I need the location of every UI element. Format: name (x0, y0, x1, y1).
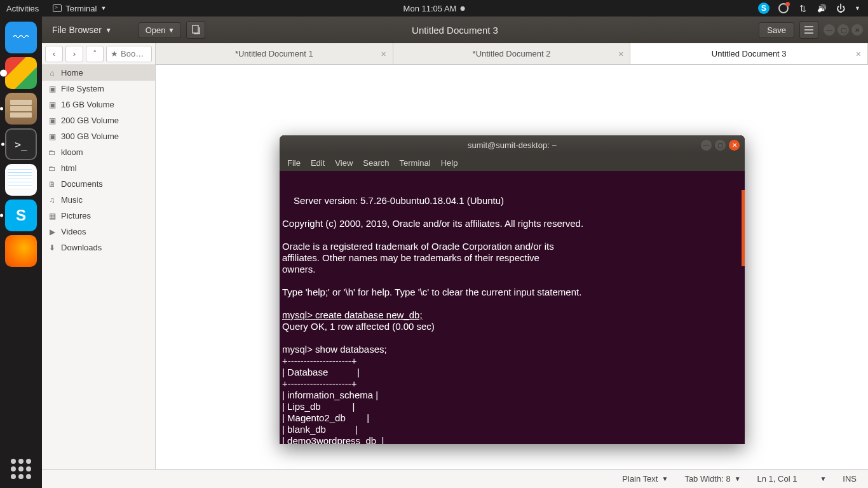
terminal-menu-edit[interactable]: Edit (311, 158, 325, 168)
disk-icon: ▣ (47, 84, 57, 94)
close-button[interactable]: ✕ (851, 24, 863, 36)
cursor-position[interactable]: Ln 1, Col 1▼ (757, 474, 827, 484)
window-title: Untitled Document 3 (412, 25, 498, 36)
svg-rect-0 (193, 25, 198, 33)
side-item-label: Downloads (61, 243, 102, 252)
notification-dot-icon (460, 6, 465, 11)
dock-text-editor[interactable] (5, 164, 37, 196)
doc-icon: 🗎 (47, 179, 57, 189)
dock-firefox[interactable] (5, 235, 37, 267)
active-app-label[interactable]: Terminal (65, 4, 97, 13)
dock-docker[interactable]: 〰 (5, 22, 37, 53)
side-toolbar: ‹ › ˄ ★ Boo… (42, 43, 155, 65)
power-tray-icon[interactable] (836, 3, 846, 13)
terminal-menu-terminal[interactable]: Terminal (400, 158, 431, 168)
side-item-300-gb-volume[interactable]: ▣300 GB Volume (42, 128, 155, 144)
dock-files[interactable] (5, 93, 37, 125)
maximize-button[interactable]: ▢ (837, 24, 849, 36)
new-document-button[interactable] (186, 21, 205, 39)
app-menu-chevron-icon[interactable]: ▼ (100, 5, 106, 11)
volume-tray-icon[interactable] (817, 3, 827, 13)
dock: 〰 S (0, 17, 42, 488)
update-tray-icon[interactable] (778, 3, 789, 13)
disk-icon: ▣ (47, 116, 57, 126)
terminal-window: sumit@sumit-desktop: ~ — ▢ ✕ FileEditVie… (280, 135, 745, 444)
file-browser-toggle[interactable]: File Browser ▼ (47, 25, 117, 35)
side-item-documents[interactable]: 🗎Documents (42, 176, 155, 192)
terminal-menu-view[interactable]: View (335, 158, 353, 168)
dock-chrome[interactable] (5, 57, 37, 89)
side-item-label: Music (61, 195, 83, 205)
tab-label: Untitled Document 3 (712, 49, 787, 58)
side-item-200-gb-volume[interactable]: ▣200 GB Volume (42, 112, 155, 128)
side-item-pictures[interactable]: ▦Pictures (42, 208, 155, 224)
terminal-indicator-icon (53, 4, 62, 12)
terminal-body[interactable]: Server version: 5.7.26-0ubuntu0.18.04.1 … (280, 171, 745, 444)
side-item-videos[interactable]: ▶Videos (42, 224, 155, 240)
side-item-kloom[interactable]: 🗀kloom (42, 144, 155, 160)
hamburger-menu-button[interactable] (799, 21, 818, 39)
top-panel: Activities Terminal ▼ Mon 11:05 AM S ▼ (0, 0, 868, 17)
terminal-menu-search[interactable]: Search (363, 158, 389, 168)
minimize-button[interactable]: — (824, 24, 835, 36)
side-file-list: ⌂Home▣File System▣16 GB Volume▣200 GB Vo… (42, 65, 155, 469)
tab-label: *Untitled Document 2 (473, 49, 551, 58)
pic-icon: ▦ (47, 211, 57, 221)
side-item-label: 200 GB Volume (61, 116, 119, 125)
network-tray-icon[interactable] (797, 3, 808, 13)
tab[interactable]: *Untitled Document 1× (156, 43, 393, 64)
save-button[interactable]: Save (759, 22, 794, 38)
terminal-close-button[interactable]: ✕ (729, 140, 740, 151)
system-menu-chevron-icon[interactable]: ▼ (855, 5, 860, 11)
tab-close-icon[interactable]: × (381, 49, 386, 59)
nav-forward-button[interactable]: › (65, 46, 83, 62)
tab-close-icon[interactable]: × (856, 49, 861, 59)
side-item-downloads[interactable]: ⬇Downloads (42, 240, 155, 255)
activities-button[interactable]: Activities (6, 4, 39, 13)
side-item-label: Videos (61, 227, 86, 236)
side-item-label: Home (61, 68, 83, 78)
side-item-label: kloom (61, 147, 83, 157)
dock-terminal[interactable] (5, 128, 37, 160)
chevron-down-icon: ▼ (168, 27, 175, 34)
nav-up-button[interactable]: ˄ (86, 46, 104, 62)
dock-skype[interactable]: S (5, 200, 37, 231)
insert-mode[interactable]: INS (843, 474, 857, 484)
clock[interactable]: Mon 11:05 AM (403, 4, 457, 13)
tab-bar: *Untitled Document 1×*Untitled Document … (156, 43, 868, 65)
nav-back-button[interactable]: ‹ (45, 46, 63, 62)
video-icon: ▶ (47, 227, 57, 237)
terminal-highlighted-command: mysql> create database new_db; (282, 309, 423, 320)
tab-close-icon[interactable]: × (618, 49, 623, 59)
terminal-minimize-button[interactable]: — (701, 140, 712, 151)
status-bar: Plain Text▼ Tab Width: 8▼ Ln 1, Col 1▼ I… (42, 469, 868, 488)
bookmark-dropdown[interactable]: ★ Boo… (106, 46, 152, 62)
tab[interactable]: Untitled Document 3× (630, 43, 868, 64)
side-item-label: Documents (61, 179, 103, 189)
tab-label: *Untitled Document 1 (235, 49, 313, 58)
terminal-menu-file[interactable]: File (287, 158, 301, 168)
side-item-file-system[interactable]: ▣File System (42, 81, 155, 97)
terminal-maximize-button[interactable]: ▢ (715, 140, 726, 151)
terminal-titlebar[interactable]: sumit@sumit-desktop: ~ — ▢ ✕ (280, 135, 745, 154)
side-item-home[interactable]: ⌂Home (42, 65, 155, 81)
side-item-music[interactable]: ♫Music (42, 192, 155, 208)
terminal-menu-help[interactable]: Help (441, 158, 458, 168)
show-applications-button[interactable] (11, 459, 31, 479)
music-icon: ♫ (47, 195, 57, 205)
side-item-label: 16 GB Volume (61, 100, 114, 109)
side-panel: ‹ › ˄ ★ Boo… ⌂Home▣File System▣16 GB Vol… (42, 43, 156, 469)
terminal-menubar: FileEditViewSearchTerminalHelp (280, 154, 745, 171)
star-icon: ★ (111, 49, 118, 58)
folder-icon: 🗀 (47, 163, 57, 173)
tab[interactable]: *Untitled Document 2× (393, 43, 631, 64)
new-doc-icon (191, 25, 201, 35)
scrollbar-thumb[interactable] (742, 190, 745, 266)
open-button[interactable]: Open▼ (139, 22, 182, 38)
skype-tray-icon[interactable]: S (758, 3, 770, 14)
tab-width-selector[interactable]: Tab Width: 8▼ (684, 474, 740, 484)
side-item-html[interactable]: 🗀html (42, 160, 155, 176)
syntax-selector[interactable]: Plain Text▼ (622, 474, 668, 484)
side-item-16-gb-volume[interactable]: ▣16 GB Volume (42, 97, 155, 112)
download-icon: ⬇ (47, 243, 57, 253)
